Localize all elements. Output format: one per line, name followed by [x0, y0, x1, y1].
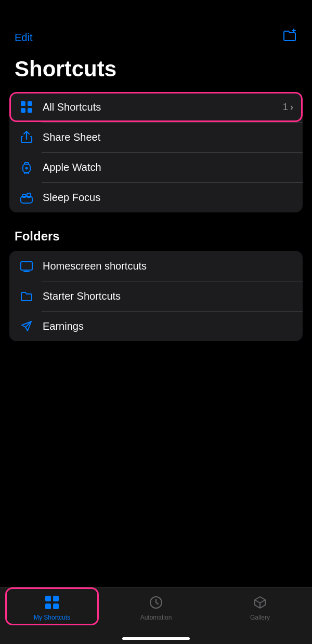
svg-point-7 [25, 167, 28, 170]
tab-gallery[interactable]: Gallery [208, 594, 312, 621]
sleep-focus-label: Sleep Focus [43, 192, 293, 204]
sleep-icon [19, 190, 34, 205]
shortcuts-section-card: All Shortcuts 1 › Share Sheet Apple Watc… [9, 92, 303, 212]
sleep-focus-item[interactable]: Sleep Focus [9, 182, 303, 212]
earnings-item[interactable]: Earnings [9, 311, 303, 341]
gallery-tab-label: Gallery [250, 614, 270, 621]
gallery-tab-icon [251, 594, 269, 611]
automation-tab-label: Automation [140, 614, 172, 621]
grid-icon [19, 99, 34, 115]
apple-watch-label: Apple Watch [43, 162, 293, 173]
share-sheet-label: Share Sheet [43, 131, 293, 143]
svg-rect-3 [28, 101, 32, 106]
watch-icon [19, 159, 34, 175]
tab-my-shortcuts[interactable]: My Shortcuts [0, 594, 104, 621]
svg-rect-5 [28, 108, 32, 113]
homescreen-icon [19, 258, 34, 274]
starter-shortcuts-label: Starter Shortcuts [43, 290, 293, 302]
header: Edit [0, 0, 312, 52]
homescreen-shortcuts-item[interactable]: Homescreen shortcuts [9, 251, 303, 281]
automation-tab-icon [147, 594, 165, 611]
new-folder-icon[interactable] [282, 28, 297, 47]
apple-watch-item[interactable]: Apple Watch [9, 152, 303, 182]
folder-icon [19, 288, 34, 304]
all-shortcuts-badge: 1 [282, 101, 288, 113]
all-shortcuts-item[interactable]: All Shortcuts 1 › [9, 92, 303, 122]
all-shortcuts-chevron: › [290, 102, 293, 113]
tab-automation[interactable]: Automation [104, 594, 208, 621]
edit-button[interactable]: Edit [15, 32, 32, 44]
share-icon [19, 129, 34, 145]
share-sheet-item[interactable]: Share Sheet [9, 122, 303, 152]
folders-section-label: Folders [0, 227, 312, 251]
starter-shortcuts-item[interactable]: Starter Shortcuts [9, 281, 303, 311]
svg-rect-2 [21, 101, 25, 106]
tab-active-outline [5, 587, 99, 625]
page-title: Shortcuts [0, 52, 312, 92]
home-indicator [122, 637, 190, 640]
tab-bar: My Shortcuts Automation Gallery [0, 587, 312, 644]
svg-rect-11 [21, 262, 32, 270]
folders-section-card: Homescreen shortcuts Starter Shortcuts E… [9, 251, 303, 341]
all-shortcuts-label: All Shortcuts [43, 101, 282, 113]
earnings-label: Earnings [43, 320, 293, 332]
homescreen-shortcuts-label: Homescreen shortcuts [43, 260, 293, 272]
send-icon [19, 318, 34, 334]
svg-rect-4 [21, 108, 25, 113]
